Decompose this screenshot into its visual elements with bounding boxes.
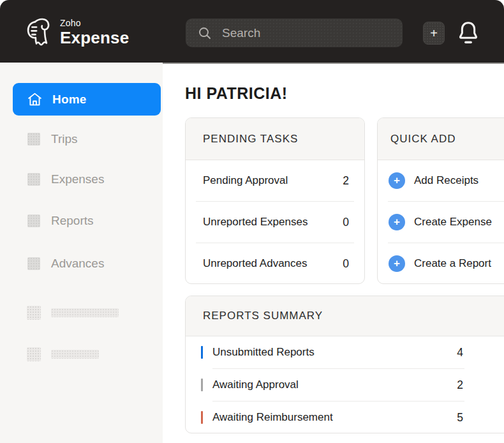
sidebar-item-label: Trips: [51, 132, 78, 146]
create-expense-action[interactable]: + Create Expense: [378, 202, 504, 243]
reports-summary-header: REPORTS SUMMARY: [186, 296, 504, 336]
sidebar-item-label: Expenses: [51, 172, 104, 186]
row-label: Pending Approval: [203, 174, 288, 187]
card-title: PENDING TASKS: [203, 133, 298, 146]
trips-placeholder-icon: [27, 133, 40, 146]
greeting-heading: HI PATRICIA!: [185, 84, 288, 103]
awaiting-reimbursement-row[interactable]: Awaiting Reimbursement 5: [186, 402, 504, 433]
unreported-advances-row[interactable]: Unreported Advances 0: [186, 243, 364, 284]
search-bar[interactable]: [186, 19, 403, 47]
row-value: 0: [343, 216, 349, 229]
sidebar-skeleton-item: [0, 299, 163, 327]
pending-approval-row[interactable]: Pending Approval 2: [186, 160, 364, 201]
row-value: 0: [343, 257, 349, 271]
sidebar-skeleton-item: [0, 340, 163, 368]
status-color-bar: [201, 411, 203, 424]
quick-create-button[interactable]: +: [423, 22, 445, 45]
top-bar: Zoho Expense +: [0, 0, 504, 63]
sidebar-item-home[interactable]: Home: [13, 83, 161, 116]
brand-expense: Expense: [60, 29, 129, 46]
plus-circle-icon: +: [389, 255, 405, 272]
unreported-expenses-row[interactable]: Unreported Expenses 0: [186, 202, 364, 243]
home-icon: [27, 92, 43, 107]
skeleton-icon: [27, 306, 41, 320]
plus-circle-icon: +: [389, 172, 405, 189]
reports-placeholder-icon: [27, 214, 40, 227]
quick-add-card: QUICK ADD + Add Receipts + Create Expens…: [377, 117, 504, 284]
receipt-icon: [23, 16, 54, 48]
action-label: Create a Report: [414, 257, 491, 270]
brand-zoho: Zoho: [60, 19, 129, 27]
brand-text: Zoho Expense: [60, 19, 129, 46]
quick-add-header: QUICK ADD: [378, 118, 504, 160]
row-value: 2: [457, 379, 463, 392]
sidebar-item-trips[interactable]: Trips: [0, 125, 163, 153]
card-title: REPORTS SUMMARY: [203, 310, 323, 322]
action-label: Create Expense: [414, 216, 492, 229]
row-value: 5: [457, 411, 463, 424]
skeleton-icon: [27, 347, 41, 361]
row-value: 2: [343, 174, 349, 188]
search-icon: [198, 26, 212, 40]
pending-tasks-card: PENDING TASKS Pending Approval 2 Unrepor…: [185, 117, 365, 284]
skeleton-bar: [51, 308, 119, 317]
row-label: Unreported Advances: [203, 257, 308, 270]
row-label: Unreported Expenses: [203, 216, 308, 229]
row-label: Awaiting Reimbursement: [212, 411, 333, 424]
create-report-action[interactable]: + Create a Report: [378, 243, 504, 284]
card-title: QUICK ADD: [390, 133, 456, 146]
notifications-bell-icon[interactable]: [457, 20, 480, 45]
pending-tasks-header: PENDING TASKS: [186, 118, 364, 160]
status-color-bar: [201, 346, 203, 359]
awaiting-approval-row[interactable]: Awaiting Approval 2: [186, 369, 504, 401]
row-label: Unsubmitted Reports: [212, 346, 315, 359]
row-value: 4: [457, 346, 463, 359]
status-color-bar: [201, 379, 203, 391]
search-input[interactable]: [221, 26, 376, 41]
skeleton-bar: [51, 350, 99, 359]
main-content: HI PATRICIA! PENDING TASKS Pending Appro…: [163, 63, 504, 443]
row-label: Awaiting Approval: [212, 379, 299, 391]
unsubmitted-reports-row[interactable]: Unsubmitted Reports 4: [186, 336, 504, 368]
plus-circle-icon: +: [389, 214, 405, 230]
sidebar-item-label: Home: [52, 93, 87, 107]
sidebar-item-expenses[interactable]: Expenses: [0, 165, 163, 193]
advances-placeholder-icon: [27, 257, 40, 270]
app-logo: Zoho Expense: [23, 16, 129, 48]
sidebar-item-label: Reports: [51, 214, 94, 228]
sidebar-item-reports[interactable]: Reports: [0, 207, 163, 235]
expenses-placeholder-icon: [27, 173, 40, 186]
action-label: Add Receipts: [414, 174, 478, 187]
sidebar-item-advances[interactable]: Advances: [0, 250, 163, 278]
sidebar: Home Trips Expenses Reports Advances: [0, 63, 163, 443]
sidebar-item-label: Advances: [51, 257, 104, 271]
reports-summary-card: REPORTS SUMMARY Unsubmitted Reports 4 Aw…: [185, 296, 504, 433]
add-receipts-action[interactable]: + Add Receipts: [378, 160, 504, 201]
